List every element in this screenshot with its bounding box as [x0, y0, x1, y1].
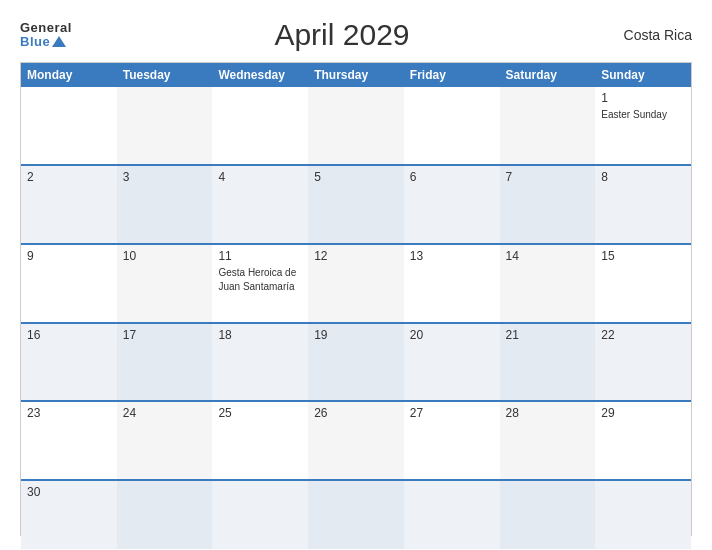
- calendar-cell: 2: [21, 166, 117, 243]
- day-number: 1: [601, 91, 685, 105]
- calendar-cell: 18: [212, 324, 308, 401]
- day-number: 19: [314, 328, 398, 342]
- calendar-week: 16171819202122: [21, 322, 691, 401]
- day-number: 2: [27, 170, 111, 184]
- calendar-cell: 23: [21, 402, 117, 479]
- day-number: 21: [506, 328, 590, 342]
- calendar-cell: [117, 481, 213, 549]
- calendar-cell: [21, 87, 117, 164]
- day-number: 10: [123, 249, 207, 263]
- day-number: 5: [314, 170, 398, 184]
- calendar-grid: MondayTuesdayWednesdayThursdayFridaySatu…: [20, 62, 692, 536]
- day-number: 3: [123, 170, 207, 184]
- day-number: 6: [410, 170, 494, 184]
- calendar-cell: [500, 481, 596, 549]
- day-number: 13: [410, 249, 494, 263]
- calendar-cell: 25: [212, 402, 308, 479]
- calendar-cell: [308, 481, 404, 549]
- day-number: 23: [27, 406, 111, 420]
- calendar-cell: 11Gesta Heroica de Juan Santamaría: [212, 245, 308, 322]
- calendar-cell: 8: [595, 166, 691, 243]
- calendar-cell: 6: [404, 166, 500, 243]
- calendar-title: April 2029: [72, 18, 612, 52]
- day-number: 7: [506, 170, 590, 184]
- calendar-cell: [595, 481, 691, 549]
- country-label: Costa Rica: [612, 27, 692, 43]
- calendar-cell: 14: [500, 245, 596, 322]
- header-day: Tuesday: [117, 63, 213, 87]
- day-number: 16: [27, 328, 111, 342]
- calendar-cell: 29: [595, 402, 691, 479]
- calendar-cell: 22: [595, 324, 691, 401]
- calendar-cell: 24: [117, 402, 213, 479]
- day-number: 4: [218, 170, 302, 184]
- calendar-cell: 19: [308, 324, 404, 401]
- logo-general-text: General: [20, 21, 72, 35]
- calendar-cell: 5: [308, 166, 404, 243]
- holiday-label: Easter Sunday: [601, 109, 667, 120]
- day-number: 18: [218, 328, 302, 342]
- calendar-cell: 17: [117, 324, 213, 401]
- calendar-cell: [212, 481, 308, 549]
- calendar-week: 30: [21, 479, 691, 535]
- logo-triangle-icon: [52, 36, 66, 47]
- day-number: 9: [27, 249, 111, 263]
- day-number: 28: [506, 406, 590, 420]
- day-number: 30: [27, 485, 111, 499]
- calendar-cell: 30: [21, 481, 117, 549]
- day-number: 22: [601, 328, 685, 342]
- calendar-cell: [308, 87, 404, 164]
- header-day: Friday: [404, 63, 500, 87]
- day-number: 24: [123, 406, 207, 420]
- calendar-cell: [212, 87, 308, 164]
- day-number: 11: [218, 249, 302, 263]
- calendar-cell: [404, 481, 500, 549]
- header-day: Saturday: [500, 63, 596, 87]
- calendar-cell: [117, 87, 213, 164]
- day-number: 14: [506, 249, 590, 263]
- calendar-cell: 10: [117, 245, 213, 322]
- calendar-week: 91011Gesta Heroica de Juan Santamaría121…: [21, 243, 691, 322]
- day-number: 8: [601, 170, 685, 184]
- calendar-cell: 13: [404, 245, 500, 322]
- calendar-cell: 15: [595, 245, 691, 322]
- logo: General Blue: [20, 21, 72, 50]
- header-day: Sunday: [595, 63, 691, 87]
- day-number: 15: [601, 249, 685, 263]
- calendar-cell: 12: [308, 245, 404, 322]
- day-number: 12: [314, 249, 398, 263]
- calendar-header: MondayTuesdayWednesdayThursdayFridaySatu…: [21, 63, 691, 87]
- day-number: 26: [314, 406, 398, 420]
- calendar-cell: 20: [404, 324, 500, 401]
- day-number: 25: [218, 406, 302, 420]
- calendar-cell: 9: [21, 245, 117, 322]
- header-day: Wednesday: [212, 63, 308, 87]
- calendar-page: General Blue April 2029 Costa Rica Monda…: [0, 0, 712, 550]
- calendar-cell: 28: [500, 402, 596, 479]
- calendar-cell: [500, 87, 596, 164]
- calendar-cell: 1Easter Sunday: [595, 87, 691, 164]
- page-header: General Blue April 2029 Costa Rica: [20, 18, 692, 52]
- header-day: Monday: [21, 63, 117, 87]
- day-number: 29: [601, 406, 685, 420]
- calendar-week: 1Easter Sunday: [21, 87, 691, 164]
- calendar-cell: 21: [500, 324, 596, 401]
- calendar-cell: 3: [117, 166, 213, 243]
- calendar-cell: 4: [212, 166, 308, 243]
- holiday-label: Gesta Heroica de Juan Santamaría: [218, 267, 296, 292]
- day-number: 20: [410, 328, 494, 342]
- calendar-cell: 26: [308, 402, 404, 479]
- calendar-cell: [404, 87, 500, 164]
- logo-blue-text: Blue: [20, 35, 72, 49]
- calendar-body: 1Easter Sunday234567891011Gesta Heroica …: [21, 87, 691, 535]
- day-number: 27: [410, 406, 494, 420]
- day-number: 17: [123, 328, 207, 342]
- calendar-cell: 7: [500, 166, 596, 243]
- calendar-week: 23242526272829: [21, 400, 691, 479]
- calendar-cell: 16: [21, 324, 117, 401]
- calendar-cell: 27: [404, 402, 500, 479]
- header-day: Thursday: [308, 63, 404, 87]
- calendar-week: 2345678: [21, 164, 691, 243]
